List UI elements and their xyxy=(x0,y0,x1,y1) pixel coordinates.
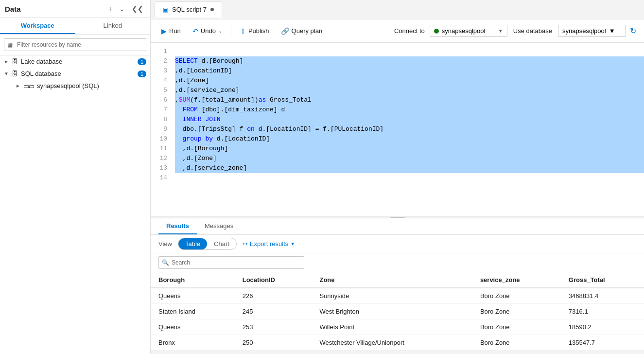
expand-icon: ► xyxy=(4,59,12,64)
undo-icon: ↶ xyxy=(192,27,198,35)
run-button[interactable]: ▶ Run xyxy=(157,25,186,37)
connection-status-dot xyxy=(434,29,439,34)
sidebar-content: ► 🗄 Lake database 1 ▼ 🗄 SQL database 1 ►… xyxy=(0,55,150,354)
results-tab-messages[interactable]: Messages xyxy=(197,218,241,234)
code-line-7: FROM [dbo].[dim_taxizone] d xyxy=(175,105,644,115)
publish-icon: ⇧ xyxy=(240,27,246,35)
data-table: Borough LocationID Zone service_zone Gro… xyxy=(151,272,644,351)
use-database-label: Use database xyxy=(513,27,552,35)
tree-item-lake-database[interactable]: ► 🗄 Lake database 1 xyxy=(0,55,150,68)
database-dropdown-arrow: ▼ xyxy=(609,27,615,35)
code-line-12: ,d.[Zone] xyxy=(175,154,644,163)
col-borough: Borough xyxy=(151,272,235,288)
code-line-11: ,d.[Borough] xyxy=(175,144,644,154)
view-toggle: Table Chart xyxy=(178,238,237,250)
results-table: Borough LocationID Zone service_zone Gro… xyxy=(151,272,644,354)
sidebar-header: Data + ⌄ ❮❮ xyxy=(0,0,150,18)
col-gross-total: Gross_Total xyxy=(561,272,644,288)
sidebar: Data + ⌄ ❮❮ Workspace Linked ▦ ► 🗄 xyxy=(0,0,151,354)
view-chart-button[interactable]: Chart xyxy=(207,238,236,249)
results-tabs: Results Messages xyxy=(151,218,644,235)
code-line-8: INNER JOIN xyxy=(175,115,644,124)
results-toolbar: View Table Chart ↦ Export results ▼ xyxy=(151,235,644,253)
run-icon: ▶ xyxy=(161,27,167,35)
script-icon: ▣ xyxy=(163,6,168,13)
tree-item-synapsesqlpool[interactable]: ► 🗃🗃 synapsesqlpool (SQL) xyxy=(0,80,150,92)
table-row: Queens226SunnysideBoro Zone3468831.4 xyxy=(151,288,644,304)
tab-title: SQL script 7 xyxy=(172,6,207,13)
publish-button[interactable]: ⇧ Publish xyxy=(235,25,274,37)
sql-db-icon: 🗄 xyxy=(12,70,18,77)
col-zone: Zone xyxy=(312,272,472,288)
connection-name: synapsesqlpool xyxy=(442,27,495,35)
col-service-zone: service_zone xyxy=(472,272,561,288)
connect-dropdown[interactable]: synapsesqlpool ▼ xyxy=(430,25,507,37)
table-row: Queens253Willets PointBoro Zone18590.2 xyxy=(151,319,644,335)
editor-area[interactable]: 1 2 3 4 5 6 7 8 9 10 11 12 13 14 xyxy=(151,43,644,216)
code-line-10: group by d.[LocationID] xyxy=(175,134,644,144)
query-plan-icon: 🔗 xyxy=(281,27,289,35)
tab-bar: ▣ SQL script 7 xyxy=(151,0,644,19)
line-numbers: 1 2 3 4 5 6 7 8 9 10 11 12 13 14 xyxy=(151,47,175,183)
export-arrow: ▼ xyxy=(290,241,295,247)
filter-input[interactable] xyxy=(4,38,146,51)
code-line-14 xyxy=(175,173,644,183)
synapse-db-icon: 🗃🗃 xyxy=(23,83,34,89)
code-line-4: ,d.[Zone] xyxy=(175,76,644,86)
code-line-5: ,d.[service_zone] xyxy=(175,86,644,95)
export-icon: ↦ xyxy=(243,240,248,248)
code-line-6: ,SUM(f.[total_amount])as Gross_Total xyxy=(175,95,644,105)
expand-icon-sql: ▼ xyxy=(4,71,12,76)
code-line-3: ,d.[LocationID] xyxy=(175,66,644,76)
divider-1 xyxy=(231,26,231,36)
sidebar-title: Data xyxy=(5,5,21,13)
code-lines: SELECT d.[Borough] ,d.[LocationID] ,d.[Z… xyxy=(175,47,644,183)
col-locationid: LocationID xyxy=(235,272,312,288)
results-tab-results[interactable]: Results xyxy=(158,218,197,234)
undo-arrow: ⌄ xyxy=(218,28,222,34)
sidebar-tabs: Workspace Linked xyxy=(0,18,150,35)
tree-item-sql-database[interactable]: ▼ 🗄 SQL database 1 xyxy=(0,68,150,80)
code-line-13: ,d.[service_zone] xyxy=(175,163,644,173)
table-header-row: Borough LocationID Zone service_zone Gro… xyxy=(151,272,644,288)
code-line-9: dbo.[TripsStg] f on d.[LocationID] = f.[… xyxy=(175,124,644,134)
results-search-input[interactable] xyxy=(158,256,304,269)
results-search: 🔍 xyxy=(151,253,644,272)
add-button[interactable]: + xyxy=(106,4,114,14)
undo-button[interactable]: ↶ Undo ⌄ xyxy=(188,25,227,37)
database-name: synapsesqlpool xyxy=(562,27,606,35)
sql-script-tab[interactable]: ▣ SQL script 7 xyxy=(155,1,222,18)
sidebar-actions: + ⌄ ❮❮ xyxy=(106,4,145,14)
results-panel: Results Messages View Table Chart ↦ Expo… xyxy=(151,218,644,354)
table-row: Bronx250Westchester Village/UnionportBor… xyxy=(151,335,644,351)
code-line-1 xyxy=(175,47,644,56)
view-table-button[interactable]: Table xyxy=(178,238,207,249)
query-plan-button[interactable]: 🔗 Query plan xyxy=(276,25,328,37)
tab-linked[interactable]: Linked xyxy=(75,18,151,34)
table-row: Staten Island245West BrightonBoro Zone73… xyxy=(151,304,644,319)
toolbar: ▶ Run ↶ Undo ⌄ ⇧ Publish 🔗 Query plan Co… xyxy=(151,19,644,43)
lake-db-icon: 🗄 xyxy=(12,58,18,65)
use-database-dropdown[interactable]: synapsesqlpool ▼ xyxy=(558,25,626,37)
sidebar-search: ▦ xyxy=(0,35,150,55)
export-button[interactable]: ↦ Export results ▼ xyxy=(243,240,295,248)
connect-to-label: Connect to xyxy=(394,27,425,35)
close-sidebar-button[interactable]: ❮❮ xyxy=(130,4,145,14)
view-label: View xyxy=(158,240,172,248)
tab-workspace[interactable]: Workspace xyxy=(0,18,75,34)
collapse-button[interactable]: ⌄ xyxy=(117,4,127,14)
connect-dropdown-arrow: ▼ xyxy=(498,28,503,34)
unsaved-dot xyxy=(210,8,214,11)
code-editor: 1 2 3 4 5 6 7 8 9 10 11 12 13 14 xyxy=(151,47,644,183)
code-line-2: SELECT d.[Borough] xyxy=(175,56,644,66)
refresh-button[interactable]: ↻ xyxy=(628,24,638,37)
main-content: ▣ SQL script 7 ▶ Run ↶ Undo ⌄ ⇧ Publish xyxy=(151,0,644,354)
expand-icon-pool: ► xyxy=(16,83,23,88)
